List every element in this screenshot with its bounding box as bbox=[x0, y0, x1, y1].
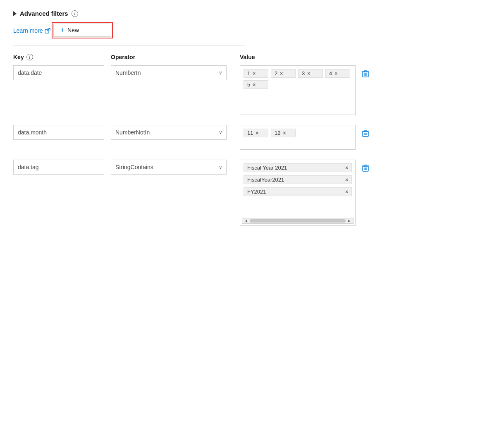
tag-close-3-2[interactable]: × bbox=[345, 177, 348, 182]
horizontal-scrollbar: ◄ ► bbox=[242, 218, 354, 224]
value-tag-2-2: 12 × bbox=[271, 129, 296, 137]
value-tag-1-5: 5 × bbox=[244, 80, 268, 89]
scroll-right-arrow[interactable]: ► bbox=[346, 218, 352, 224]
value-column-header: Value bbox=[240, 54, 255, 60]
collapse-icon[interactable] bbox=[13, 11, 17, 16]
delete-filter-3[interactable] bbox=[360, 162, 371, 174]
operator-select-3[interactable]: StringContains NumberIn NumberNotIn bbox=[111, 160, 227, 175]
operator-select-1[interactable]: NumberIn NumberNotIn StringContains bbox=[111, 65, 227, 80]
info-icon[interactable]: i bbox=[72, 10, 78, 17]
tag-close-2-2[interactable]: × bbox=[283, 131, 286, 136]
tag-close-3-1[interactable]: × bbox=[345, 165, 348, 170]
delete-filter-2[interactable] bbox=[360, 127, 371, 139]
value-area-3: Fiscal Year 2021 × FiscalYear2021 × FY20… bbox=[240, 160, 356, 226]
value-tag-1-1: 1 × bbox=[244, 69, 268, 78]
tag-close-3-3[interactable]: × bbox=[345, 189, 348, 194]
new-filter-button[interactable]: + New bbox=[53, 24, 111, 37]
delete-filter-1[interactable] bbox=[360, 68, 371, 79]
operator-select-wrapper-3: StringContains NumberIn NumberNotIn ∨ bbox=[111, 160, 227, 175]
value-tag-1-2: 2 × bbox=[271, 69, 296, 78]
advanced-filters-section: Advanced filters i Learn more + New Key … bbox=[13, 10, 491, 236]
scrollbar-track[interactable] bbox=[250, 219, 346, 223]
new-button-highlight: + New bbox=[52, 22, 113, 38]
column-headers: Key i Operator Value bbox=[13, 54, 491, 60]
header-divider bbox=[13, 45, 245, 45]
tag-close-1-4[interactable]: × bbox=[334, 71, 337, 76]
value-tag-3-1: Fiscal Year 2021 × bbox=[244, 163, 352, 172]
plus-icon: + bbox=[60, 26, 65, 34]
section-header: Advanced filters i bbox=[13, 10, 491, 17]
operator-column-header: Operator bbox=[111, 54, 227, 60]
trash-icon-1 bbox=[361, 69, 370, 78]
learn-more-link[interactable]: Learn more bbox=[13, 27, 50, 34]
value-area-2: 11 × 12 × bbox=[240, 125, 356, 150]
filter-row-3: StringContains NumberIn NumberNotIn ∨ Fi… bbox=[13, 160, 491, 226]
tag-close-1-3[interactable]: × bbox=[307, 71, 310, 76]
trash-icon-3 bbox=[361, 164, 370, 172]
value-tag-2-1: 11 × bbox=[244, 129, 268, 137]
tag-close-1-2[interactable]: × bbox=[280, 71, 283, 76]
tag-close-2-1[interactable]: × bbox=[256, 131, 258, 136]
value-tag-1-3: 3 × bbox=[298, 69, 323, 78]
key-column-header: Key i bbox=[13, 54, 104, 60]
value-tag-3-2: FiscalYear2021 × bbox=[244, 175, 352, 184]
section-title: Advanced filters bbox=[20, 10, 68, 17]
trash-icon-2 bbox=[361, 129, 370, 137]
external-link-icon bbox=[45, 28, 50, 34]
key-input-1[interactable] bbox=[13, 65, 104, 80]
operator-select-wrapper-2: NumberNotIn NumberIn StringContains ∨ bbox=[111, 125, 227, 140]
filter-row-1: NumberIn NumberNotIn StringContains ∨ 1 … bbox=[13, 65, 491, 115]
filter-row-2: NumberNotIn NumberIn StringContains ∨ 11… bbox=[13, 125, 491, 150]
tag-close-1-5[interactable]: × bbox=[253, 82, 256, 87]
value-area-1: 1 × 2 × 3 × 4 × 5 × bbox=[240, 65, 356, 115]
tag-close-1-1[interactable]: × bbox=[253, 71, 256, 76]
value-tag-3-3: FY2021 × bbox=[244, 187, 352, 196]
operator-select-wrapper-1: NumberIn NumberNotIn StringContains ∨ bbox=[111, 65, 227, 80]
value-tag-1-4: 4 × bbox=[325, 69, 350, 78]
bottom-divider bbox=[13, 236, 491, 236]
operator-select-2[interactable]: NumberNotIn NumberIn StringContains bbox=[111, 125, 227, 140]
key-info-icon[interactable]: i bbox=[26, 54, 33, 60]
key-input-2[interactable] bbox=[13, 125, 104, 140]
key-input-3[interactable] bbox=[13, 160, 104, 175]
scroll-left-arrow[interactable]: ◄ bbox=[243, 218, 249, 224]
